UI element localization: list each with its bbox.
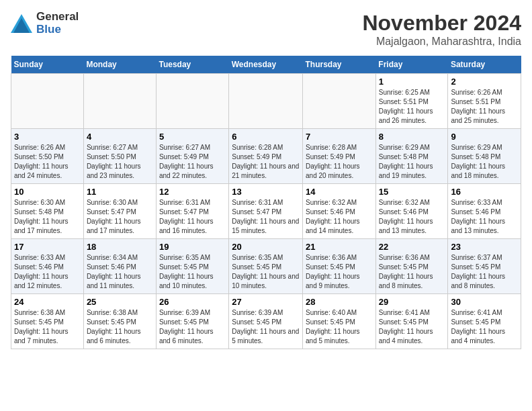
day-info: Sunrise: 6:33 AM Sunset: 5:46 PM Dayligh… (14, 253, 81, 291)
day-info: Sunrise: 6:27 AM Sunset: 5:50 PM Dayligh… (87, 143, 153, 181)
day-info: Sunrise: 6:31 AM Sunset: 5:47 PM Dayligh… (159, 198, 226, 236)
calendar-cell: 22Sunrise: 6:36 AM Sunset: 5:45 PM Dayli… (375, 239, 448, 294)
calendar-cell (11, 74, 84, 129)
calendar-cell (156, 74, 228, 129)
calendar-cell: 14Sunrise: 6:32 AM Sunset: 5:46 PM Dayli… (303, 184, 376, 239)
day-number: 21 (306, 242, 373, 252)
page-header: General Blue November 2024 Majalgaon, Ma… (11, 11, 521, 48)
day-info: Sunrise: 6:41 AM Sunset: 5:45 PM Dayligh… (379, 308, 445, 346)
day-number: 30 (451, 297, 518, 307)
calendar-cell: 5Sunrise: 6:27 AM Sunset: 5:49 PM Daylig… (156, 129, 228, 184)
day-number: 25 (87, 297, 153, 307)
header-day-monday: Monday (83, 56, 156, 74)
calendar-cell: 29Sunrise: 6:41 AM Sunset: 5:45 PM Dayli… (375, 294, 448, 349)
calendar-cell (83, 74, 156, 129)
day-info: Sunrise: 6:35 AM Sunset: 5:45 PM Dayligh… (159, 253, 226, 291)
header-day-thursday: Thursday (303, 56, 376, 74)
day-number: 13 (232, 187, 300, 197)
day-number: 29 (379, 297, 445, 307)
day-info: Sunrise: 6:36 AM Sunset: 5:45 PM Dayligh… (379, 253, 445, 291)
title-section: November 2024 Majalgaon, Maharashtra, In… (362, 11, 521, 48)
day-info: Sunrise: 6:32 AM Sunset: 5:46 PM Dayligh… (379, 198, 445, 236)
day-number: 10 (14, 187, 81, 197)
day-number: 9 (451, 132, 518, 142)
day-info: Sunrise: 6:28 AM Sunset: 5:49 PM Dayligh… (232, 143, 300, 181)
day-info: Sunrise: 6:26 AM Sunset: 5:50 PM Dayligh… (14, 143, 81, 181)
calendar-cell: 12Sunrise: 6:31 AM Sunset: 5:47 PM Dayli… (156, 184, 228, 239)
week-row-5: 24Sunrise: 6:38 AM Sunset: 5:45 PM Dayli… (11, 294, 521, 349)
day-info: Sunrise: 6:40 AM Sunset: 5:45 PM Dayligh… (306, 308, 373, 346)
header-day-friday: Friday (375, 56, 448, 74)
day-info: Sunrise: 6:31 AM Sunset: 5:47 PM Dayligh… (232, 198, 300, 236)
day-info: Sunrise: 6:37 AM Sunset: 5:45 PM Dayligh… (451, 253, 518, 291)
calendar-cell: 7Sunrise: 6:28 AM Sunset: 5:49 PM Daylig… (303, 129, 376, 184)
calendar-cell: 9Sunrise: 6:29 AM Sunset: 5:48 PM Daylig… (448, 129, 521, 184)
calendar-cell: 19Sunrise: 6:35 AM Sunset: 5:45 PM Dayli… (156, 239, 228, 294)
calendar-cell: 1Sunrise: 6:25 AM Sunset: 5:51 PM Daylig… (375, 74, 448, 129)
calendar-body: 1Sunrise: 6:25 AM Sunset: 5:51 PM Daylig… (11, 74, 521, 349)
day-info: Sunrise: 6:30 AM Sunset: 5:47 PM Dayligh… (87, 198, 153, 236)
day-number: 6 (232, 132, 300, 142)
header-day-tuesday: Tuesday (156, 56, 228, 74)
week-row-4: 17Sunrise: 6:33 AM Sunset: 5:46 PM Dayli… (11, 239, 521, 294)
calendar-cell: 20Sunrise: 6:35 AM Sunset: 5:45 PM Dayli… (229, 239, 303, 294)
calendar-cell: 13Sunrise: 6:31 AM Sunset: 5:47 PM Dayli… (229, 184, 303, 239)
day-info: Sunrise: 6:39 AM Sunset: 5:45 PM Dayligh… (232, 308, 300, 346)
calendar-cell: 16Sunrise: 6:33 AM Sunset: 5:46 PM Dayli… (448, 184, 521, 239)
day-info: Sunrise: 6:25 AM Sunset: 5:51 PM Dayligh… (379, 88, 445, 126)
calendar-table: SundayMondayTuesdayWednesdayThursdayFrid… (11, 56, 521, 349)
location-title: Majalgaon, Maharashtra, India (362, 36, 521, 48)
logo-blue: Blue (36, 24, 79, 36)
header-day-wednesday: Wednesday (229, 56, 303, 74)
day-number: 2 (451, 77, 518, 87)
day-number: 12 (159, 187, 226, 197)
day-info: Sunrise: 6:29 AM Sunset: 5:48 PM Dayligh… (379, 143, 445, 181)
calendar-cell (303, 74, 376, 129)
calendar-cell: 18Sunrise: 6:34 AM Sunset: 5:46 PM Dayli… (83, 239, 156, 294)
day-number: 23 (451, 242, 518, 252)
calendar-cell: 21Sunrise: 6:36 AM Sunset: 5:45 PM Dayli… (303, 239, 376, 294)
day-number: 8 (379, 132, 445, 142)
day-number: 11 (87, 187, 153, 197)
month-title: November 2024 (362, 11, 521, 36)
day-info: Sunrise: 6:36 AM Sunset: 5:45 PM Dayligh… (306, 253, 373, 291)
day-number: 4 (87, 132, 153, 142)
logo-general: General (36, 11, 79, 24)
week-row-3: 10Sunrise: 6:30 AM Sunset: 5:48 PM Dayli… (11, 184, 521, 239)
calendar-cell: 8Sunrise: 6:29 AM Sunset: 5:48 PM Daylig… (375, 129, 448, 184)
calendar-cell: 23Sunrise: 6:37 AM Sunset: 5:45 PM Dayli… (448, 239, 521, 294)
day-number: 3 (14, 132, 81, 142)
header-day-sunday: Sunday (11, 56, 84, 74)
logo-icon (11, 14, 32, 33)
day-number: 17 (14, 242, 81, 252)
day-number: 19 (159, 242, 226, 252)
day-number: 28 (306, 297, 373, 307)
day-info: Sunrise: 6:26 AM Sunset: 5:51 PM Dayligh… (451, 88, 518, 126)
day-info: Sunrise: 6:33 AM Sunset: 5:46 PM Dayligh… (451, 198, 518, 236)
day-number: 7 (306, 132, 373, 142)
day-number: 1 (379, 77, 445, 87)
calendar-header: SundayMondayTuesdayWednesdayThursdayFrid… (11, 56, 521, 74)
day-info: Sunrise: 6:27 AM Sunset: 5:49 PM Dayligh… (159, 143, 226, 181)
header-row: SundayMondayTuesdayWednesdayThursdayFrid… (11, 56, 521, 74)
day-number: 16 (451, 187, 518, 197)
calendar-cell: 6Sunrise: 6:28 AM Sunset: 5:49 PM Daylig… (229, 129, 303, 184)
calendar-cell: 2Sunrise: 6:26 AM Sunset: 5:51 PM Daylig… (448, 74, 521, 129)
day-number: 20 (232, 242, 300, 252)
day-number: 5 (159, 132, 226, 142)
calendar-cell: 4Sunrise: 6:27 AM Sunset: 5:50 PM Daylig… (83, 129, 156, 184)
day-number: 18 (87, 242, 153, 252)
calendar-cell: 15Sunrise: 6:32 AM Sunset: 5:46 PM Dayli… (375, 184, 448, 239)
calendar-cell: 30Sunrise: 6:41 AM Sunset: 5:45 PM Dayli… (448, 294, 521, 349)
calendar-cell: 26Sunrise: 6:39 AM Sunset: 5:45 PM Dayli… (156, 294, 228, 349)
day-info: Sunrise: 6:38 AM Sunset: 5:45 PM Dayligh… (14, 308, 81, 346)
day-info: Sunrise: 6:29 AM Sunset: 5:48 PM Dayligh… (451, 143, 518, 181)
calendar-cell: 11Sunrise: 6:30 AM Sunset: 5:47 PM Dayli… (83, 184, 156, 239)
calendar-cell: 27Sunrise: 6:39 AM Sunset: 5:45 PM Dayli… (229, 294, 303, 349)
day-number: 24 (14, 297, 81, 307)
day-number: 15 (379, 187, 445, 197)
day-number: 14 (306, 187, 373, 197)
day-info: Sunrise: 6:34 AM Sunset: 5:46 PM Dayligh… (87, 253, 153, 291)
day-info: Sunrise: 6:39 AM Sunset: 5:45 PM Dayligh… (159, 308, 226, 346)
calendar-cell: 17Sunrise: 6:33 AM Sunset: 5:46 PM Dayli… (11, 239, 84, 294)
